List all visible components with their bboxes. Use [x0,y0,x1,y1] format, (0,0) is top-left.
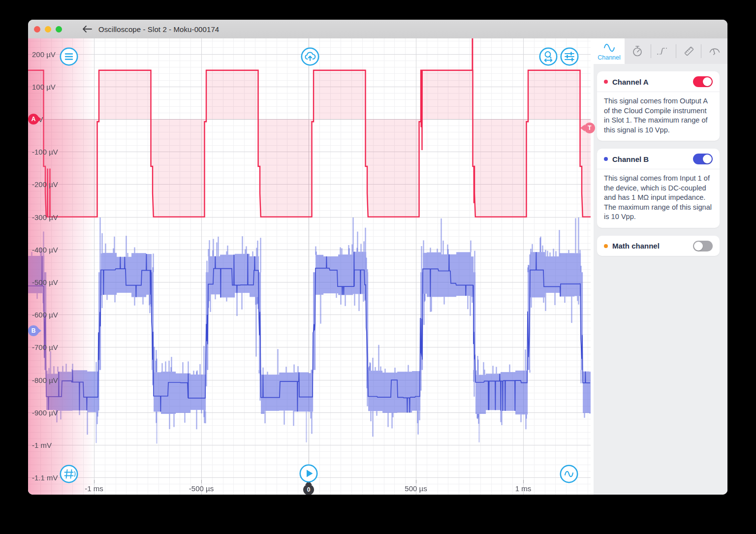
window-title: Oscilloscope - Slot 2 - Moku-000174 [98,25,219,33]
title-bar: Oscilloscope - Slot 2 - Moku-000174 [28,20,727,39]
y-tick-label: -600 µV [32,311,58,319]
channel-b-header: Channel B [597,149,720,169]
y-tick-label: -700 µV [32,343,58,351]
tab-trigger[interactable] [650,38,676,64]
trigger-time-marker[interactable]: 0 [303,484,314,495]
channel-panel: Channel A This signal comes from Output … [594,64,727,495]
minimize-window-button[interactable] [45,26,51,32]
sliders-icon [560,47,579,66]
hamburger-menu-icon [60,47,78,66]
cloud-upload-button[interactable] [301,47,319,66]
back-arrow-icon [82,25,93,33]
y-tick-label: -100 µV [32,148,58,156]
scope-plot-canvas[interactable] [28,38,591,495]
channel-sine-icon [603,42,616,54]
scope-plot-area: 200 µV100 µV0 V-100 µV-200 µV-300 µV-400… [28,38,591,495]
channel-b-toggle[interactable] [693,154,713,164]
channel-a-level-marker[interactable]: A [28,114,39,125]
channel-a-card: Channel A This signal comes from Output … [597,71,720,141]
toggle-knob [703,77,712,86]
marker-label: B [28,325,39,336]
marker-label: T [584,123,595,133]
x-tick-label: 1 ms [515,484,532,493]
tab-measure[interactable] [676,38,702,64]
gauge-icon [708,45,722,58]
sidebar-tab-strip: Channel [594,38,727,64]
x-tick-label: -500 µs [189,484,214,493]
y-tick-label: -200 µV [32,180,58,188]
run-acquisition-button[interactable] [299,464,318,483]
display-settings-button[interactable] [560,47,579,66]
y-tick-label: 200 µV [32,50,56,58]
toggle-knob [694,242,703,251]
math-channel-label: Math channel [612,242,693,250]
y-tick-label: -800 µV [32,376,58,384]
main-menu-button[interactable] [60,47,78,66]
channel-b-color-dot [604,157,608,161]
x-tick-label: 500 µs [405,484,427,493]
tab-separator [651,44,651,58]
cloud-upload-icon [301,47,319,66]
tab-channel-label: Channel [598,54,621,61]
tab-probe[interactable] [702,38,727,64]
y-tick-label: -300 µV [32,213,58,221]
stopwatch-icon [631,45,644,58]
tab-separator [701,44,701,58]
math-channel-color-dot [604,244,608,248]
close-window-button[interactable] [34,26,40,32]
app-window: Oscilloscope - Slot 2 - Moku-000174 200 … [28,20,727,495]
play-icon [299,464,318,483]
tab-acquisition[interactable] [625,38,650,64]
sidebar: Channel [594,38,727,495]
zoom-magnifier-icon [539,47,558,66]
channel-a-label: Channel A [612,78,693,86]
y-tick-label: -1.1 mV [32,473,58,482]
channel-b-description: This signal comes from Input 1 of the de… [597,169,720,228]
y-tick-label: -500 µV [32,278,58,286]
trigger-level-marker[interactable]: T [584,123,595,133]
y-tick-label: 100 µV [32,82,56,91]
math-channel-header: Math channel [597,236,720,256]
y-tick-label: -400 µV [32,245,58,253]
ruler-icon [683,45,695,58]
channel-a-header: Channel A [597,71,720,92]
channel-b-level-marker[interactable]: B [28,325,39,336]
trigger-step-icon [656,45,670,58]
y-tick-label: -1 mV [32,441,52,449]
x-tick-label: -1 ms [85,484,103,493]
zoom-window-button[interactable] [56,26,62,32]
channel-b-card: Channel B This signal comes from Input 1… [597,149,720,228]
x-tick-mark [523,480,524,483]
back-button[interactable] [81,23,94,35]
sine-wave-icon [560,465,578,483]
marker-label: 0 [303,484,314,495]
channel-a-color-dot [604,80,608,84]
source-waveform-button[interactable] [560,465,578,483]
horizontal-zoom-button[interactable] [539,47,558,66]
x-tick-mark [94,480,94,483]
tab-channel[interactable]: Channel [594,38,625,64]
channel-a-description: This signal comes from Output A of the C… [597,92,720,141]
x-tick-mark [201,480,202,483]
grid-settings-button[interactable] [60,465,78,483]
channel-b-label: Channel B [612,155,693,163]
math-channel-toggle[interactable] [693,241,713,251]
grid-icon [60,465,78,483]
math-channel-card: Math channel [597,236,720,256]
y-tick-label: -900 µV [32,408,58,416]
tab-separator [676,44,676,58]
toggle-knob [703,155,712,163]
x-tick-mark [416,480,416,483]
channel-a-toggle[interactable] [693,76,713,87]
marker-label: A [28,114,39,125]
